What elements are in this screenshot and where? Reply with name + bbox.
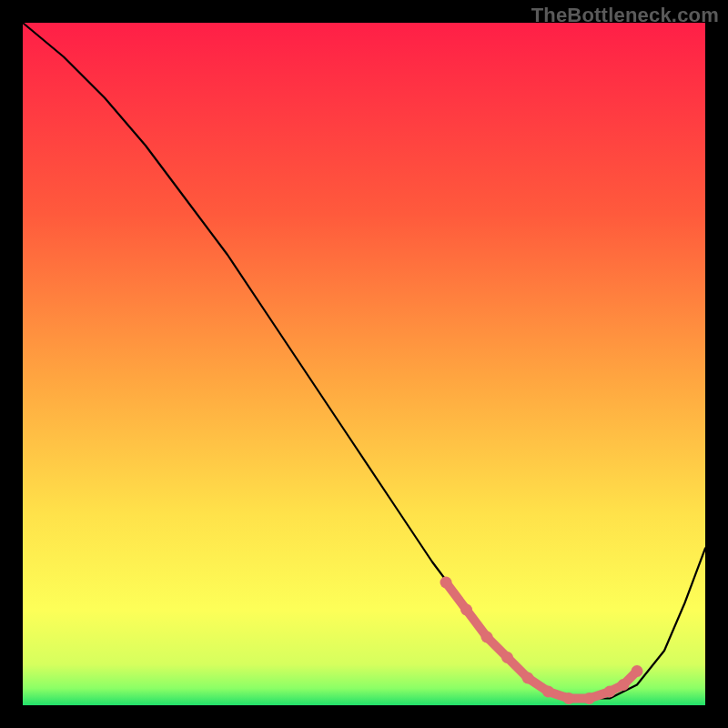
highlight-dot xyxy=(481,632,493,643)
highlight-dot xyxy=(460,604,472,616)
highlight-dot xyxy=(604,686,616,698)
highlight-dot xyxy=(522,672,534,684)
highlight-dot xyxy=(632,665,643,677)
watermark: TheBottleneck.com xyxy=(531,4,719,27)
highlight-dot xyxy=(440,577,452,589)
bottleneck-chart xyxy=(0,0,728,728)
highlight-dot xyxy=(542,686,554,698)
highlight-dot xyxy=(563,693,575,704)
plot-background xyxy=(23,23,705,705)
highlight-dot xyxy=(501,652,513,663)
highlight-dot xyxy=(618,679,630,691)
highlight-dot xyxy=(583,693,595,704)
